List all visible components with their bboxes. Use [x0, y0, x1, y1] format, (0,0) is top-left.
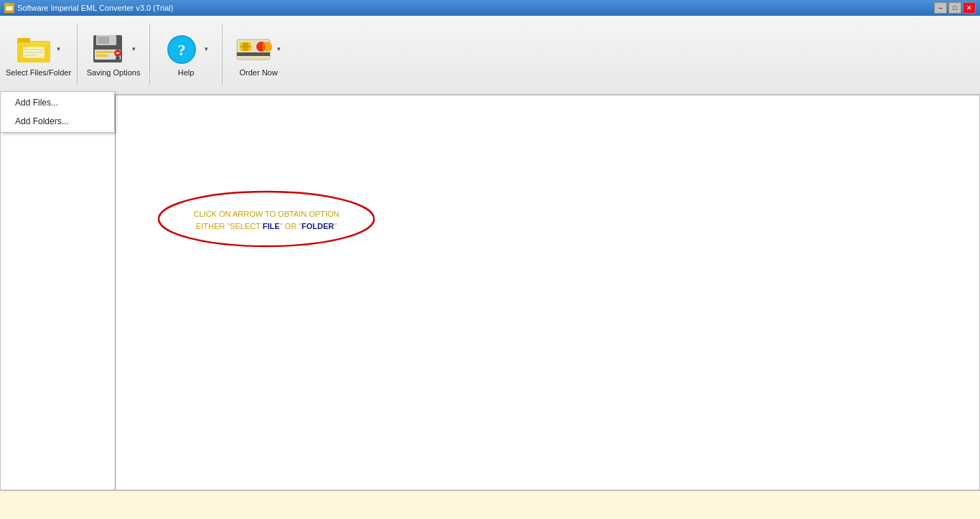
minimize-button[interactable]: – — [934, 2, 947, 14]
saving-options-label: Saving Options — [87, 68, 141, 77]
hint-container: CLICK ON ARROW TO OBTAIN OPTION EITHER "… — [155, 189, 378, 253]
floppy-icon — [90, 34, 128, 65]
toolbar-item-select-files-folder[interactable]: ▼ Select Files/Folder Add Files... Add F… — [0, 19, 77, 91]
hint-text: CLICK ON ARROW TO OBTAIN OPTION EITHER "… — [194, 208, 340, 233]
order-now-icon-row: ▼ — [235, 34, 281, 65]
toolbar-item-help[interactable]: ? ▼ Help — [150, 19, 222, 91]
select-files-folder-icon-row: ▼ — [16, 34, 62, 65]
close-button[interactable]: ✕ — [963, 2, 976, 14]
toolbar-item-order-now[interactable]: ▼ Order Now — [223, 19, 294, 91]
order-icon — [235, 34, 273, 65]
svg-text:?: ? — [178, 41, 186, 59]
main-area: CLICK ON ARROW TO OBTAIN OPTION EITHER "… — [0, 95, 980, 490]
add-files-item[interactable]: Add Files... — [1, 93, 114, 112]
svg-point-18 — [116, 56, 120, 60]
folder-icon — [16, 34, 53, 65]
svg-rect-14 — [96, 51, 113, 53]
add-folders-item[interactable]: Add Folders... — [1, 112, 114, 131]
help-icon: ? — [163, 34, 200, 65]
hint-line1: CLICK ON ARROW TO OBTAIN OPTION — [194, 208, 340, 221]
help-label: Help — [178, 68, 195, 77]
help-icon-row: ? ▼ — [163, 34, 209, 65]
svg-rect-2 — [6, 4, 9, 6]
svg-rect-1 — [6, 6, 13, 11]
hint-line2: EITHER "SELECT FILE" OR "FOLDER" — [194, 221, 340, 234]
title-bar-left: Software Imperial EML Converter v3.0 (Tr… — [4, 3, 173, 13]
select-files-dropdown: Add Files... Add Folders... — [0, 91, 115, 133]
content-area: CLICK ON ARROW TO OBTAIN OPTION EITHER "… — [116, 95, 979, 490]
select-files-arrow[interactable]: ▼ — [56, 46, 62, 52]
title-bar: Software Imperial EML Converter v3.0 (Tr… — [0, 0, 980, 16]
maximize-button[interactable]: □ — [948, 2, 961, 14]
order-now-label: Order Now — [240, 68, 278, 77]
saving-options-icon-row: ▼ — [90, 34, 136, 65]
svg-rect-17 — [116, 52, 119, 54]
saving-options-arrow[interactable]: ▼ — [131, 46, 136, 52]
toolbar-item-saving-options[interactable]: ▼ Saving Options — [78, 19, 149, 91]
svg-rect-26 — [237, 52, 270, 56]
app-title-icon — [4, 3, 14, 13]
select-files-label: Select Files/Folder — [6, 68, 71, 77]
svg-rect-5 — [19, 42, 49, 45]
toolbar: ▼ Select Files/Folder Add Files... Add F… — [0, 16, 980, 95]
help-arrow[interactable]: ▼ — [203, 46, 209, 52]
window-title: Software Imperial EML Converter v3.0 (Tr… — [17, 4, 173, 12]
status-bar — [0, 490, 980, 519]
svg-rect-12 — [98, 37, 109, 44]
order-arrow[interactable]: ▼ — [276, 46, 281, 52]
sidebar — [1, 95, 116, 490]
svg-rect-15 — [96, 55, 108, 57]
title-bar-buttons: – □ ✕ — [934, 2, 976, 14]
